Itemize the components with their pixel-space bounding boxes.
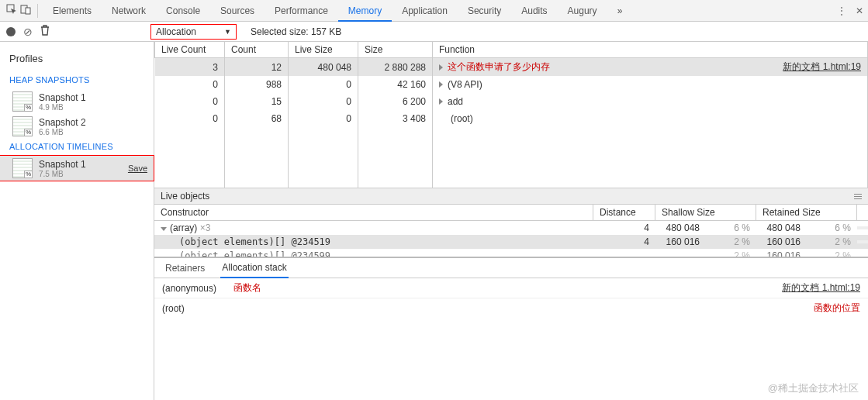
object-row[interactable]: (array) ×3 4 480 048 6 % 480 048 6 %: [154, 221, 868, 235]
table-row[interactable]: 3 12 480 048 2 880 288 这个函数申请了多少内存 新的文档 …: [155, 58, 868, 77]
view-select-label: Allocation: [156, 26, 196, 37]
sidebar-cat-alloc: ALLOCATION TIMELINES: [0, 139, 154, 156]
tab-retainers[interactable]: Retainers: [164, 259, 206, 278]
tab-performance[interactable]: Performance: [265, 0, 338, 22]
annotation: 函数名: [233, 281, 261, 295]
snapshot-name: Snapshot 2: [39, 117, 86, 128]
tab-console[interactable]: Console: [156, 0, 210, 22]
table-row[interactable]: 0 988 0 42 160 (V8 API): [155, 76, 868, 93]
chevron-down-icon: ▼: [224, 28, 231, 36]
retainer-tabs: Retainers Allocation stack: [154, 257, 868, 278]
devtools-tabbar: Elements Network Console Sources Perform…: [0, 0, 868, 22]
close-icon[interactable]: ✕: [856, 5, 863, 16]
save-link[interactable]: Save: [128, 164, 147, 173]
timeline-size: 7.5 MB: [39, 170, 86, 178]
selected-size: Selected size: 157 KB: [251, 26, 341, 37]
col-size[interactable]: Size: [358, 42, 433, 58]
tab-augury[interactable]: Augury: [558, 0, 607, 22]
snapshot-item[interactable]: Snapshot 1 4.9 MB: [0, 89, 154, 114]
timeline-name: Snapshot 1: [39, 159, 86, 170]
tab-security[interactable]: Security: [458, 0, 511, 22]
profiles-sidebar: Profiles HEAP SNAPSHOTS Snapshot 1 4.9 M…: [0, 42, 154, 400]
col-count[interactable]: Count: [225, 42, 289, 58]
collapse-icon[interactable]: [161, 227, 167, 231]
kebab-icon[interactable]: ⋮: [837, 5, 846, 16]
tab-network[interactable]: Network: [102, 0, 156, 22]
memory-content: Live Count Count Live Size Size Function…: [154, 42, 868, 400]
source-link[interactable]: 新的文档 1.html:19: [782, 281, 860, 295]
snapshot-item[interactable]: Snapshot 2 6.6 MB: [0, 114, 154, 139]
tab-elements[interactable]: Elements: [43, 0, 102, 22]
stack-fn-name: (anonymous): [162, 283, 216, 294]
snapshot-size: 4.9 MB: [39, 103, 86, 112]
panel-tabs: Elements Network Console Sources Perform…: [43, 0, 837, 22]
expand-icon[interactable]: [439, 98, 443, 105]
record-icon[interactable]: [6, 27, 16, 36]
sidebar-title: Profiles: [0, 48, 154, 72]
col-shallow[interactable]: Shallow Size: [655, 205, 756, 220]
function-name: add: [448, 96, 463, 107]
snapshot-icon: [12, 116, 33, 136]
object-row[interactable]: (object elements)[] @234599 2 % 160 016 …: [154, 249, 868, 257]
col-constructor[interactable]: Constructor: [154, 205, 593, 220]
expand-icon[interactable]: [439, 81, 443, 88]
table-row[interactable]: 0 15 0 6 200 add: [155, 93, 868, 110]
live-objects-header: Live objects: [154, 188, 868, 205]
clear-icon[interactable]: ⊘: [23, 26, 33, 38]
tab-memory[interactable]: Memory: [338, 0, 392, 22]
memory-toolbar: ⊘ Allocation ▼ Selected size: 157 KB: [0, 22, 868, 42]
col-live-size[interactable]: Live Size: [289, 42, 358, 58]
tab-application[interactable]: Application: [392, 0, 458, 22]
annotation: 函数的位置: [814, 302, 860, 315]
snapshot-icon: [12, 158, 33, 178]
svg-rect-2: [26, 8, 30, 14]
device-icon[interactable]: [19, 4, 33, 17]
object-row[interactable]: (object elements)[] @234519 4 160 016 2 …: [154, 235, 868, 249]
stack-row[interactable]: (root) 函数的位置: [154, 298, 868, 318]
watermark: @稀土掘金技术社区: [768, 381, 859, 395]
col-live-count[interactable]: Live Count: [155, 42, 225, 58]
trash-icon[interactable]: [40, 25, 50, 38]
timeline-item[interactable]: Snapshot 1 7.5 MB Save: [0, 155, 154, 181]
tab-overflow[interactable]: »: [607, 0, 633, 22]
function-table: Live Count Count Live Size Size Function…: [154, 42, 868, 188]
col-distance[interactable]: Distance: [593, 205, 655, 220]
col-retained[interactable]: Retained Size: [756, 205, 857, 220]
function-name: (V8 API): [448, 79, 482, 90]
snapshot-icon: [12, 91, 33, 112]
expand-icon[interactable]: [439, 64, 443, 71]
snapshot-size: 6.6 MB: [39, 128, 86, 136]
function-name: (root): [451, 113, 473, 124]
live-objects-columns: Constructor Distance Shallow Size Retain…: [154, 205, 868, 221]
snapshot-name: Snapshot 1: [39, 92, 86, 103]
menu-icon[interactable]: [854, 192, 862, 201]
tab-sources[interactable]: Sources: [210, 0, 265, 22]
view-select[interactable]: Allocation ▼: [150, 24, 237, 40]
tab-allocation-stack[interactable]: Allocation stack: [220, 258, 288, 278]
tab-audits[interactable]: Audits: [511, 0, 557, 22]
table-row[interactable]: 0 68 0 3 408 (root): [155, 110, 868, 127]
stack-row[interactable]: (anonymous) 函数名 新的文档 1.html:19: [154, 278, 868, 298]
stack-fn-name: (root): [162, 303, 185, 314]
source-link[interactable]: 新的文档 1.html:19: [783, 60, 861, 74]
col-function[interactable]: Function: [433, 42, 868, 58]
sidebar-cat-heap: HEAP SNAPSHOTS: [0, 72, 154, 89]
function-name: 这个函数申请了多少内存: [448, 60, 550, 74]
inspect-icon[interactable]: [5, 4, 19, 17]
